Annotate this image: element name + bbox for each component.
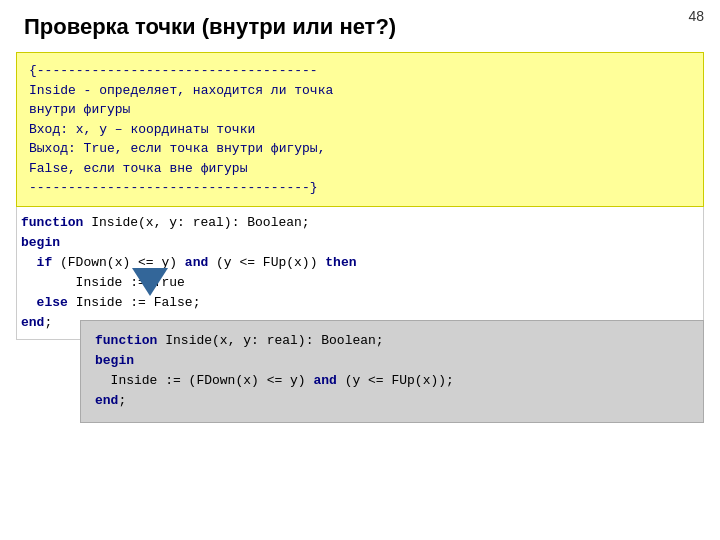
comment-line-4: Вход: x, y – координаты точки [29, 120, 691, 140]
simplified-code-box: function Inside(x, y: real): Boolean; be… [80, 320, 704, 423]
code-line-5: else Inside := False; [21, 293, 699, 313]
code-line-2: begin [21, 233, 699, 253]
simplified-line-4: end; [95, 391, 689, 411]
comment-box: {------------------------------------ In… [16, 52, 704, 207]
comment-line-7: ------------------------------------} [29, 178, 691, 198]
comment-line-2: Inside - определяет, находится ли точка [29, 81, 691, 101]
simplified-line-2: begin [95, 351, 689, 371]
code-line-1: function Inside(x, y: real): Boolean; [21, 213, 699, 233]
comment-line-1: {------------------------------------ [29, 61, 691, 81]
code-line-3: if (FDown(x) <= y) and (y <= FUp(x)) the… [21, 253, 699, 273]
page-number: 48 [688, 8, 704, 24]
main-content: {------------------------------------ In… [16, 52, 704, 524]
arrow-icon [132, 268, 168, 296]
simplified-line-3: Inside := (FDown(x) <= y) and (y <= FUp(… [95, 371, 689, 391]
page-title: Проверка точки (внутри или нет?) [24, 14, 396, 40]
code-line-4: Inside := True [21, 273, 699, 293]
comment-line-5: Выход: True, если точка внутри фигуры, [29, 139, 691, 159]
simplified-line-1: function Inside(x, y: real): Boolean; [95, 331, 689, 351]
comment-line-6: False, если точка вне фигуры [29, 159, 691, 179]
comment-line-3: внутри фигуры [29, 100, 691, 120]
